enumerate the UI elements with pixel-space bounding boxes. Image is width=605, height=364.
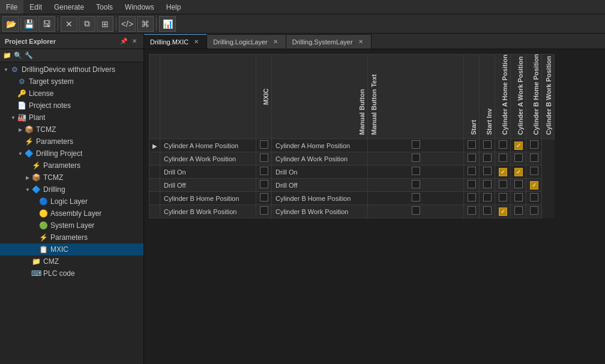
- start_inv-cell[interactable]: [464, 166, 480, 179]
- sidebar-item-params1[interactable]: ▶ ⚡ Parameters: [0, 136, 143, 148]
- cyl_b_work-checkbox[interactable]: [530, 140, 538, 149]
- cyl_b_home-cell[interactable]: [511, 166, 526, 179]
- close-button[interactable]: ✕: [61, 16, 77, 32]
- cyl_a_work-cell[interactable]: [495, 166, 511, 179]
- menu-edit[interactable]: Edit: [23, 0, 48, 14]
- manual-button-checkbox[interactable]: [260, 167, 268, 175]
- manual-button-checkbox[interactable]: [260, 154, 268, 162]
- grid-button[interactable]: ⊞: [97, 16, 113, 32]
- tab-mxic[interactable]: Drilling.MXIC ✕: [144, 34, 207, 49]
- manual-button-checkbox[interactable]: [260, 193, 268, 201]
- save-button[interactable]: 🖫: [38, 16, 55, 32]
- sidebar-item-tcmz1[interactable]: ▶ 📦 TCMZ: [0, 124, 143, 136]
- tree-toggle-tcmz1[interactable]: ▶: [17, 127, 24, 133]
- manual-button-checkbox[interactable]: [260, 180, 268, 188]
- sidebar-item-tcmz2[interactable]: ▶ 📦 TCMZ: [0, 172, 143, 183]
- start-checkbox[interactable]: [412, 167, 420, 175]
- cyl_b_work-cell[interactable]: [526, 139, 542, 152]
- start_inv-checkbox[interactable]: [468, 154, 476, 162]
- menu-windows[interactable]: Windows: [119, 0, 160, 14]
- cyl_b_work-checkbox[interactable]: [530, 167, 538, 175]
- sidebar-item-notes[interactable]: ▶ 📄 Project notes: [0, 100, 143, 112]
- cyl_a_home-checkbox[interactable]: [483, 180, 492, 188]
- tab-logic-close[interactable]: ✕: [271, 38, 280, 46]
- cyl_b_home-checkbox[interactable]: [514, 206, 523, 215]
- sidebar-item-license[interactable]: ▶ 🔑 License: [0, 88, 143, 100]
- cyl_b_home-checkbox[interactable]: [514, 154, 523, 162]
- cyl_b_home-cell[interactable]: [511, 205, 526, 218]
- start_inv-checkbox[interactable]: [468, 140, 476, 149]
- cyl_b_home-checkbox[interactable]: [514, 180, 523, 188]
- start-cell[interactable]: [368, 205, 464, 218]
- start_inv-cell[interactable]: [464, 139, 480, 152]
- start_inv-cell[interactable]: [464, 179, 480, 192]
- cyl_b_work-checkbox[interactable]: [530, 206, 538, 215]
- tree-toggle-root[interactable]: ▼: [2, 67, 10, 73]
- cyl_b_work-checkbox[interactable]: [530, 181, 538, 189]
- cyl_a_work-checkbox[interactable]: [499, 207, 507, 216]
- start_inv-checkbox[interactable]: [468, 193, 476, 201]
- sidebar-item-plc[interactable]: ▶ ⌨ PLC code: [0, 267, 143, 279]
- sidebar-item-system[interactable]: ▶ 🟢 System Layer: [0, 219, 143, 231]
- manual-button-checkbox[interactable]: [260, 206, 268, 215]
- tree-toggle-tcmz2[interactable]: ▶: [24, 175, 31, 181]
- cyl_b_work-cell[interactable]: [526, 179, 542, 192]
- sidebar-item-plant[interactable]: ▼ 🏭 Plant: [0, 112, 143, 124]
- tab-system-close[interactable]: ✕: [357, 38, 365, 46]
- cyl_b_home-checkbox[interactable]: [514, 142, 523, 150]
- start-cell[interactable]: [368, 179, 464, 192]
- tab-system[interactable]: Drilling.SystemLayer ✕: [286, 34, 372, 49]
- sidebar-search-icon[interactable]: 🔍: [13, 51, 23, 61]
- chart-button[interactable]: 📊: [159, 16, 176, 32]
- cyl_b_work-checkbox[interactable]: [530, 193, 538, 201]
- menu-generate[interactable]: Generate: [48, 0, 90, 14]
- cyl_a_home-checkbox[interactable]: [483, 206, 492, 215]
- cyl_a_work-cell[interactable]: [495, 192, 511, 205]
- start_inv-cell[interactable]: [464, 192, 480, 205]
- code-button[interactable]: </>: [119, 16, 136, 32]
- cyl_b_home-cell[interactable]: [511, 152, 526, 166]
- tab-logic[interactable]: Drilling.LogicLayer ✕: [207, 34, 286, 49]
- sidebar-item-assembly[interactable]: ▶ 🟡 Assembly Layer: [0, 207, 143, 219]
- manual-button-cell[interactable]: [256, 139, 272, 152]
- cyl_a_home-cell[interactable]: [480, 179, 495, 192]
- tree-toggle-drilling[interactable]: ▼: [24, 187, 31, 192]
- start_inv-cell[interactable]: [464, 152, 480, 166]
- sidebar-item-cmz[interactable]: ▶ 📁 CMZ: [0, 255, 143, 267]
- manual-button-cell[interactable]: [256, 179, 272, 192]
- cyl_a_work-checkbox[interactable]: [499, 180, 507, 188]
- cyl_a_home-checkbox[interactable]: [483, 154, 492, 162]
- start_inv-cell[interactable]: [464, 205, 480, 218]
- manual-button-cell[interactable]: [256, 152, 272, 166]
- cyl_a_home-cell[interactable]: [480, 166, 495, 179]
- manual-button-cell[interactable]: [256, 205, 272, 218]
- start-checkbox[interactable]: [412, 193, 420, 201]
- cyl_a_work-cell[interactable]: [495, 179, 511, 192]
- tree-root[interactable]: ▼ ⚙ DrillingDevice without Drivers: [0, 64, 143, 76]
- cyl_a_work-cell[interactable]: [495, 205, 511, 218]
- sidebar-item-params3[interactable]: ▶ ⚡ Parameters: [0, 231, 143, 243]
- cyl_a_work-cell[interactable]: [495, 139, 511, 152]
- start_inv-checkbox[interactable]: [468, 167, 476, 175]
- sidebar-item-target[interactable]: ▶ ⚙ Target system: [0, 76, 143, 88]
- start-cell[interactable]: [368, 152, 464, 166]
- start-cell[interactable]: [368, 166, 464, 179]
- start_inv-checkbox[interactable]: [468, 206, 476, 215]
- start_inv-checkbox[interactable]: [468, 180, 476, 188]
- open-button[interactable]: 📂: [2, 16, 19, 32]
- cyl_b_home-cell[interactable]: [511, 179, 526, 192]
- cyl_a_work-checkbox[interactable]: [499, 140, 507, 149]
- sidebar-wrench-icon[interactable]: 🔧: [24, 51, 34, 61]
- cyl_b_work-cell[interactable]: [526, 152, 542, 166]
- sidebar-close-icon[interactable]: ✕: [130, 37, 139, 46]
- start-checkbox[interactable]: [412, 180, 420, 188]
- cyl_a_home-checkbox[interactable]: [483, 167, 492, 175]
- cyl_b_work-cell[interactable]: [526, 192, 542, 205]
- manual-button-cell[interactable]: [256, 166, 272, 179]
- sidebar-item-logic[interactable]: ▶ 🔵 Logic Layer: [0, 195, 143, 207]
- cyl_a_home-cell[interactable]: [480, 205, 495, 218]
- cyl_a_work-checkbox[interactable]: [499, 168, 507, 176]
- start-checkbox[interactable]: [412, 206, 420, 215]
- menu-tools[interactable]: Tools: [90, 0, 119, 14]
- tree-toggle-plant[interactable]: ▼: [10, 115, 17, 121]
